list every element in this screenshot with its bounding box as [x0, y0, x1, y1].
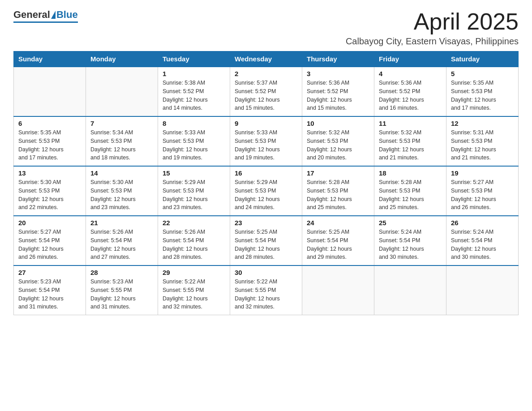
day-info: Sunrise: 5:25 AMSunset: 5:54 PMDaylight:… [307, 228, 369, 261]
day-number: 13 [18, 169, 81, 177]
day-info: Sunrise: 5:38 AMSunset: 5:52 PMDaylight:… [163, 79, 225, 112]
calendar-day-cell: 21Sunrise: 5:26 AMSunset: 5:54 PMDayligh… [86, 216, 158, 265]
day-number: 11 [379, 120, 442, 127]
day-number: 18 [379, 169, 442, 177]
day-info: Sunrise: 5:22 AMSunset: 5:55 PMDaylight:… [235, 278, 297, 311]
calendar-day-cell: 7Sunrise: 5:34 AMSunset: 5:53 PMDaylight… [86, 116, 158, 166]
calendar-body: 1Sunrise: 5:38 AMSunset: 5:52 PMDaylight… [14, 67, 519, 315]
day-info: Sunrise: 5:27 AMSunset: 5:53 PMDaylight:… [451, 178, 514, 212]
calendar-day-cell: 15Sunrise: 5:29 AMSunset: 5:53 PMDayligh… [158, 166, 230, 216]
day-number: 12 [451, 120, 514, 127]
calendar-day-cell: 19Sunrise: 5:27 AMSunset: 5:53 PMDayligh… [446, 166, 519, 216]
calendar-day-cell [86, 67, 158, 116]
day-number: 22 [163, 219, 225, 227]
day-number: 3 [307, 70, 369, 77]
day-info: Sunrise: 5:26 AMSunset: 5:54 PMDaylight:… [163, 228, 225, 261]
calendar-day-cell: 3Sunrise: 5:36 AMSunset: 5:52 PMDaylight… [302, 67, 374, 116]
calendar-day-cell: 25Sunrise: 5:24 AMSunset: 5:54 PMDayligh… [374, 216, 446, 265]
calendar-day-cell: 24Sunrise: 5:25 AMSunset: 5:54 PMDayligh… [302, 216, 374, 265]
day-info: Sunrise: 5:32 AMSunset: 5:53 PMDaylight:… [307, 128, 369, 162]
calendar-day-cell: 26Sunrise: 5:24 AMSunset: 5:54 PMDayligh… [446, 216, 519, 265]
calendar-header-cell: Saturday [446, 51, 519, 67]
calendar-table: SundayMondayTuesdayWednesdayThursdayFrid… [13, 51, 519, 315]
page-header: General Blue April 2025 Calbayog City, E… [13, 9, 519, 47]
calendar-day-cell: 23Sunrise: 5:25 AMSunset: 5:54 PMDayligh… [230, 216, 302, 265]
day-info: Sunrise: 5:33 AMSunset: 5:53 PMDaylight:… [235, 128, 297, 162]
day-info: Sunrise: 5:24 AMSunset: 5:54 PMDaylight:… [379, 228, 442, 261]
day-number: 24 [307, 219, 369, 227]
calendar-day-cell: 30Sunrise: 5:22 AMSunset: 5:55 PMDayligh… [230, 265, 302, 315]
day-info: Sunrise: 5:30 AMSunset: 5:53 PMDaylight:… [18, 178, 81, 212]
day-number: 1 [163, 70, 225, 77]
day-number: 4 [379, 70, 442, 77]
day-info: Sunrise: 5:35 AMSunset: 5:53 PMDaylight:… [451, 79, 514, 112]
calendar-day-cell: 18Sunrise: 5:28 AMSunset: 5:53 PMDayligh… [374, 166, 446, 216]
day-info: Sunrise: 5:34 AMSunset: 5:53 PMDaylight:… [90, 128, 153, 162]
calendar-week-row: 20Sunrise: 5:27 AMSunset: 5:54 PMDayligh… [14, 216, 519, 265]
calendar-week-row: 13Sunrise: 5:30 AMSunset: 5:53 PMDayligh… [14, 166, 519, 216]
day-number: 2 [235, 70, 297, 77]
day-info: Sunrise: 5:24 AMSunset: 5:54 PMDaylight:… [451, 228, 514, 261]
day-info: Sunrise: 5:23 AMSunset: 5:55 PMDaylight:… [90, 278, 153, 311]
calendar-week-row: 1Sunrise: 5:38 AMSunset: 5:52 PMDaylight… [14, 67, 519, 116]
calendar-week-row: 6Sunrise: 5:35 AMSunset: 5:53 PMDaylight… [14, 116, 519, 166]
day-info: Sunrise: 5:36 AMSunset: 5:52 PMDaylight:… [307, 79, 369, 112]
logo: General Blue [13, 9, 78, 23]
calendar-header-cell: Friday [374, 51, 446, 67]
calendar-header-cell: Tuesday [158, 51, 230, 67]
day-info: Sunrise: 5:27 AMSunset: 5:54 PMDaylight:… [18, 228, 81, 261]
day-number: 29 [163, 269, 225, 276]
calendar-day-cell [14, 67, 86, 116]
day-number: 10 [307, 120, 369, 127]
calendar-header-cell: Monday [86, 51, 158, 67]
day-number: 6 [18, 120, 81, 127]
day-info: Sunrise: 5:23 AMSunset: 5:54 PMDaylight:… [18, 278, 81, 311]
calendar-day-cell: 9Sunrise: 5:33 AMSunset: 5:53 PMDaylight… [230, 116, 302, 166]
day-info: Sunrise: 5:25 AMSunset: 5:54 PMDaylight:… [235, 228, 297, 261]
day-number: 17 [307, 169, 369, 177]
day-number: 7 [90, 120, 153, 127]
calendar-header-cell: Wednesday [230, 51, 302, 67]
day-number: 23 [235, 219, 297, 227]
day-number: 16 [235, 169, 297, 177]
day-info: Sunrise: 5:31 AMSunset: 5:53 PMDaylight:… [451, 128, 514, 162]
calendar-day-cell [302, 265, 374, 315]
calendar-header: SundayMondayTuesdayWednesdayThursdayFrid… [14, 51, 519, 67]
calendar-day-cell: 12Sunrise: 5:31 AMSunset: 5:53 PMDayligh… [446, 116, 519, 166]
calendar-day-cell [374, 265, 446, 315]
calendar-day-cell: 20Sunrise: 5:27 AMSunset: 5:54 PMDayligh… [14, 216, 86, 265]
calendar-header-cell: Thursday [302, 51, 374, 67]
day-number: 8 [163, 120, 225, 127]
calendar-day-cell: 13Sunrise: 5:30 AMSunset: 5:53 PMDayligh… [14, 166, 86, 216]
day-number: 28 [90, 269, 153, 276]
calendar-day-cell: 16Sunrise: 5:29 AMSunset: 5:53 PMDayligh… [230, 166, 302, 216]
calendar-week-row: 27Sunrise: 5:23 AMSunset: 5:54 PMDayligh… [14, 265, 519, 315]
calendar-header-cell: Sunday [14, 51, 86, 67]
day-info: Sunrise: 5:37 AMSunset: 5:52 PMDaylight:… [235, 79, 297, 112]
calendar-day-cell: 8Sunrise: 5:33 AMSunset: 5:53 PMDaylight… [158, 116, 230, 166]
day-info: Sunrise: 5:22 AMSunset: 5:55 PMDaylight:… [163, 278, 225, 311]
calendar-day-cell: 10Sunrise: 5:32 AMSunset: 5:53 PMDayligh… [302, 116, 374, 166]
day-number: 25 [379, 219, 442, 227]
day-number: 15 [163, 169, 225, 177]
calendar-day-cell: 27Sunrise: 5:23 AMSunset: 5:54 PMDayligh… [14, 265, 86, 315]
day-number: 27 [18, 269, 81, 276]
day-number: 26 [451, 219, 514, 227]
logo-triangle-icon [51, 11, 56, 19]
calendar-day-cell: 4Sunrise: 5:36 AMSunset: 5:52 PMDaylight… [374, 67, 446, 116]
day-info: Sunrise: 5:28 AMSunset: 5:53 PMDaylight:… [307, 178, 369, 212]
day-info: Sunrise: 5:29 AMSunset: 5:53 PMDaylight:… [235, 178, 297, 212]
calendar-day-cell: 17Sunrise: 5:28 AMSunset: 5:53 PMDayligh… [302, 166, 374, 216]
day-number: 5 [451, 70, 514, 77]
day-number: 9 [235, 120, 297, 127]
logo-underline [13, 21, 78, 23]
day-number: 14 [90, 169, 153, 177]
day-info: Sunrise: 5:26 AMSunset: 5:54 PMDaylight:… [90, 228, 153, 261]
calendar-header-row: SundayMondayTuesdayWednesdayThursdayFrid… [14, 51, 519, 67]
title-block: April 2025 Calbayog City, Eastern Visaya… [346, 9, 519, 47]
calendar-day-cell [446, 265, 519, 315]
month-title: April 2025 [346, 9, 519, 34]
calendar-day-cell: 22Sunrise: 5:26 AMSunset: 5:54 PMDayligh… [158, 216, 230, 265]
day-info: Sunrise: 5:35 AMSunset: 5:53 PMDaylight:… [18, 128, 81, 162]
logo-general-text: General [13, 9, 50, 21]
